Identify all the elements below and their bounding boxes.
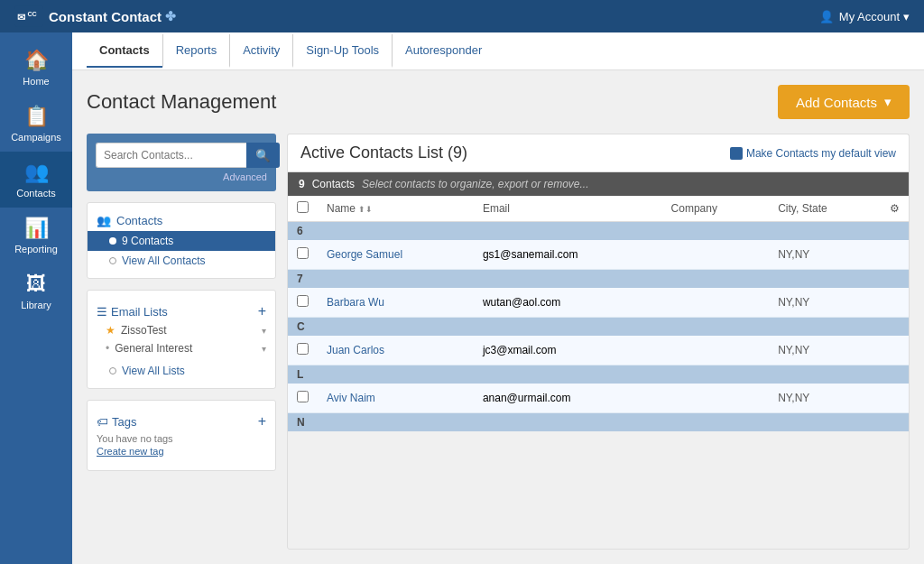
sidebar-item-reporting[interactable]: 📊 Reporting: [0, 208, 72, 264]
library-icon: 🖼: [26, 273, 46, 296]
contacts-nav-header[interactable]: 👥 Contacts: [88, 210, 275, 231]
contacts-icon: 👥: [24, 161, 49, 184]
table-row: Aviv Naimanan@urmail.comNY,NY: [288, 384, 909, 413]
tab-activity[interactable]: Activity: [229, 34, 292, 68]
zissotest-chevron[interactable]: ▾: [262, 326, 266, 336]
count-number: 9: [299, 178, 305, 190]
general-interest-chevron[interactable]: ▾: [262, 344, 266, 354]
letter-row: 6: [288, 222, 909, 241]
contact-email: wutan@aol.com: [474, 288, 662, 318]
sidebar-item-contacts[interactable]: 👥 Contacts: [0, 152, 72, 208]
logo: ✉ CC Constant Contact ✤: [14, 5, 176, 27]
name-header-label: Name: [327, 202, 356, 215]
create-tag-link[interactable]: Create new tag: [97, 446, 164, 457]
contact-city-state: NY,NY: [769, 384, 881, 413]
account-menu[interactable]: 👤 My Account ▾: [819, 10, 910, 23]
campaigns-icon: 📋: [24, 105, 49, 128]
tab-reports[interactable]: Reports: [162, 34, 230, 68]
sidebar-label-home: Home: [23, 76, 49, 87]
home-icon: 🏠: [24, 49, 49, 72]
sort-icon: ⬆⬇: [358, 205, 373, 214]
row-checkbox[interactable]: [297, 391, 309, 402]
contacts-count-bar: 9 Contacts Select contacts to organize, …: [288, 172, 909, 196]
select-all-header: [288, 196, 318, 222]
sidebar-label-campaigns: Campaigns: [11, 132, 61, 143]
company-header: Company: [662, 196, 770, 222]
add-tag-button[interactable]: +: [258, 413, 266, 430]
search-input[interactable]: [96, 143, 246, 168]
sidebar-item-campaigns[interactable]: 📋 Campaigns: [0, 96, 72, 152]
letter-row: L: [288, 365, 909, 384]
add-contacts-label: Add Contacts: [796, 95, 877, 110]
logo-icon: ✉ CC: [14, 5, 43, 27]
row-checkbox[interactable]: [297, 295, 309, 307]
bullet-icon: •: [106, 342, 109, 355]
zissotest-list-item[interactable]: ★ ZissoTest ▾: [88, 321, 275, 339]
contacts-list-header: Active Contacts List (9) Make Contacts m…: [287, 134, 910, 171]
main-layout: 🏠 Home 📋 Campaigns 👥 Contacts 📊 Reportin…: [0, 32, 924, 564]
row-checkbox[interactable]: [297, 343, 309, 355]
search-icon: 🔍: [255, 149, 271, 162]
table-row: Barbara Wuwutan@aol.comNY,NY: [288, 288, 909, 318]
svg-text:CC: CC: [27, 10, 36, 18]
email-header: Email: [474, 196, 662, 222]
contact-settings: [881, 240, 909, 270]
svg-text:✉: ✉: [17, 12, 25, 23]
two-column-layout: 🔍 Advanced 👥 Contacts 9 Cont: [87, 134, 910, 550]
email-lists-section: ☰ Email Lists + ★ ZissoTest ▾: [87, 290, 276, 389]
tab-bar: Contacts Reports Activity Sign-Up Tools …: [72, 32, 924, 70]
zissotest-label: ZissoTest: [121, 324, 167, 337]
tags-section: 🏷 Tags + You have no tags Create new tag: [87, 400, 276, 471]
add-contacts-button[interactable]: Add Contacts ▾: [778, 85, 910, 119]
default-view-toggle[interactable]: Make Contacts my default view: [730, 147, 896, 160]
settings-header[interactable]: ⚙: [881, 196, 909, 222]
circle-icon: [109, 257, 116, 264]
contact-name-link[interactable]: Aviv Naim: [327, 392, 375, 404]
contact-name-link[interactable]: Barbara Wu: [327, 296, 384, 309]
general-interest-list-item[interactable]: • General Interest ▾: [88, 339, 275, 357]
page-title: Contact Management: [87, 90, 276, 114]
star-icon: ★: [106, 324, 116, 337]
contact-email: anan@urmail.com: [474, 384, 662, 413]
tab-contacts[interactable]: Contacts: [87, 34, 162, 68]
contact-city-state: NY,NY: [769, 336, 881, 365]
contact-email: jc3@xmail.com: [474, 336, 662, 365]
row-checkbox[interactable]: [297, 247, 309, 259]
contacts-table-wrapper: 9 Contacts Select contacts to organize, …: [287, 171, 910, 550]
tab-signup-tools[interactable]: Sign-Up Tools: [292, 34, 392, 68]
view-all-lists-link[interactable]: View All Lists: [122, 365, 185, 377]
view-all-lists-item[interactable]: View All Lists: [88, 361, 275, 381]
select-all-checkbox[interactable]: [297, 201, 309, 213]
contact-name-link[interactable]: George Samuel: [327, 248, 402, 261]
settings-gear-icon: ⚙: [890, 202, 900, 215]
email-lists-icon: ☰: [97, 305, 107, 319]
search-button[interactable]: 🔍: [246, 143, 280, 168]
contact-settings: [881, 288, 909, 318]
circle-icon2: [109, 367, 116, 374]
name-header[interactable]: Name ⬆⬇: [318, 196, 474, 222]
contacts-table: Name ⬆⬇ Email Company: [288, 196, 909, 431]
advanced-link[interactable]: Advanced: [96, 171, 267, 182]
email-lists-label: Email Lists: [111, 305, 168, 319]
tags-label: Tags: [112, 415, 136, 429]
sidebar-item-home[interactable]: 🏠 Home: [0, 40, 72, 96]
tab-autoresponder[interactable]: Autoresponder: [392, 34, 494, 68]
search-box: 🔍 Advanced: [87, 134, 276, 191]
sidebar-item-library[interactable]: 🖼 Library: [0, 264, 72, 319]
contact-settings: [881, 384, 909, 413]
contact-company: [662, 288, 770, 318]
active-contacts-label: 9 Contacts: [122, 235, 173, 247]
add-email-list-button[interactable]: +: [258, 303, 266, 319]
view-all-contacts-item[interactable]: View All Contacts: [88, 251, 275, 271]
letter-row: 7: [288, 270, 909, 289]
view-all-contacts-link[interactable]: View All Contacts: [122, 254, 206, 267]
dropdown-icon: ▾: [903, 10, 910, 23]
page-content: Contact Management Add Contacts ▾ 🔍: [72, 70, 924, 564]
table-row: George Samuelgs1@sanemail.comNY,NY: [288, 240, 909, 270]
contact-name-link[interactable]: Juan Carlos: [327, 344, 384, 356]
page-header: Contact Management Add Contacts ▾: [87, 85, 910, 119]
contact-city-state: NY,NY: [769, 240, 881, 270]
sidebar-label-contacts: Contacts: [16, 188, 55, 199]
letter-row: N: [288, 413, 909, 432]
active-contacts-item[interactable]: 9 Contacts: [88, 231, 275, 251]
